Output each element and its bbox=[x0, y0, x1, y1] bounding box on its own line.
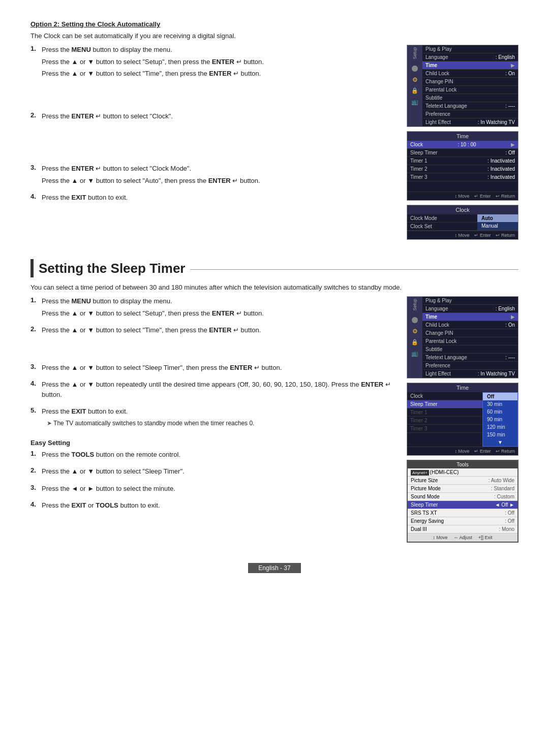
tools-row-srstsxt: SRS TS XT : Off bbox=[408, 509, 517, 517]
sleep-step5-content: Press the EXIT button to exit. ➤ The TV … bbox=[42, 406, 391, 430]
anynet-logo: Anynet+ bbox=[411, 470, 429, 476]
screen4-row-changepin: Change PIN bbox=[422, 329, 518, 337]
screen1-layout: Setup ⚙ 🔒 📺 bbox=[407, 45, 518, 127]
screen-row-preference: Preference bbox=[422, 110, 518, 118]
easy-step-num-4: 4. bbox=[30, 500, 39, 508]
time-row-timer3: Timer 3 : Inactivated bbox=[407, 173, 518, 181]
sleep-step4: 4. Press the ▲ or ▼ button repeatedly un… bbox=[30, 380, 391, 401]
dropdown-manual: Manual bbox=[477, 222, 518, 230]
sidebar-icon-plug bbox=[410, 65, 420, 73]
time5-row-clock: Clock bbox=[407, 392, 482, 400]
screen4-row-plug: Plug & Play bbox=[422, 297, 518, 305]
screen1-main: Plug & Play Language : English Time ▶ Ch… bbox=[422, 45, 518, 127]
tools-row-sleeptimer: Sleep Timer ◄ Off ► bbox=[408, 501, 517, 509]
time-row-clock: Clock : 10 : 00 ▶ bbox=[407, 141, 518, 149]
screen4-row-lighteffect: Light Effect : In Watching TV bbox=[422, 370, 518, 378]
sleep-step1-line2: Press the ▲ or ▼ button to select "Setup… bbox=[42, 308, 391, 319]
sleep-screens: Setup ⚙ 🔒 📺 bbox=[407, 296, 518, 543]
easy-step-num-3: 3. bbox=[30, 484, 39, 491]
tools-row-anynet: Anynet+(HDMI-CEC) bbox=[408, 468, 517, 477]
clock-left-rows: Clock Mode Clock Set bbox=[407, 214, 477, 231]
clock-screen-footer: ↕ Move ↵ Enter ↩ Return bbox=[407, 231, 518, 239]
easy-setting-section: Easy Setting 1. Press the TOOLS button o… bbox=[30, 439, 391, 513]
screen4-row-parentallock: Parental Lock bbox=[422, 337, 518, 345]
step3-content: Press the ENTER ↵ button to select "Cloc… bbox=[42, 164, 391, 187]
time-screen-2: Time Clock : 10 : 00 ▶ Sleep Timer : Off… bbox=[407, 131, 518, 201]
sleep-step2-line1: Press the ▲ or ▼ button to select "Time"… bbox=[42, 325, 391, 335]
section-line bbox=[190, 269, 518, 270]
svg-point-0 bbox=[412, 66, 418, 72]
setup-screen-1: Setup ⚙ 🔒 📺 bbox=[407, 45, 518, 127]
setup-label: Setup bbox=[412, 47, 417, 59]
tools-row-dualiii: Dual III : Mono bbox=[408, 525, 517, 533]
option2-steps: 1. Press the MENU button to display the … bbox=[30, 45, 391, 244]
step-num-4: 4. bbox=[30, 193, 39, 200]
clock-screen-header: Clock bbox=[407, 205, 518, 214]
time-screen-5: Time Clock Sleep Timer Timer 1 Ti bbox=[407, 383, 518, 456]
sleep-timer-layout: 1. Press the MENU button to display the … bbox=[30, 296, 518, 543]
sleep-timer-intro: You can select a time period of between … bbox=[30, 284, 518, 291]
easy-step-num-1: 1. bbox=[30, 450, 39, 457]
screen-row-subtitle: Subtitle bbox=[422, 94, 518, 102]
tools-row-picturesize: Picture Size : Auto Wide bbox=[408, 477, 517, 485]
step1-line2: Press the ▲ or ▼ button to select "Setup… bbox=[42, 57, 391, 67]
tools-header: Tools bbox=[408, 461, 517, 468]
option2-step2: 2. Press the ENTER ↵ button to select "C… bbox=[30, 111, 391, 123]
time-row-sleep: Sleep Timer : Off bbox=[407, 149, 518, 157]
clock-row-set: Clock Set bbox=[407, 223, 477, 231]
section-bar bbox=[30, 259, 34, 277]
sidebar-icon-tv: 📺 bbox=[410, 98, 420, 106]
sleep-timer-divider: Setting the Sleep Timer bbox=[30, 259, 518, 277]
screen4-row-preference: Preference bbox=[422, 362, 518, 370]
sleep-opt-90: 90 min bbox=[483, 416, 517, 423]
screen-row-changepin: Change PIN bbox=[422, 78, 518, 86]
sidebar-icon-lock-4: 🔒 bbox=[410, 338, 420, 346]
time-screen-5-body: Clock Sleep Timer Timer 1 Timer 2 Timer bbox=[407, 392, 518, 447]
time5-left: Clock Sleep Timer Timer 1 Timer 2 Timer bbox=[407, 392, 482, 447]
easy-step3: 3. Press the ◄ or ► button to select the… bbox=[30, 484, 391, 496]
step2-line1: Press the ENTER ↵ button to select "Cloc… bbox=[42, 111, 391, 121]
time-row-timer2: Timer 2 : Inactivated bbox=[407, 165, 518, 173]
option2-heading: Option 2: Setting the Clock Automaticall… bbox=[30, 20, 518, 28]
easy-step2-text: Press the ▲ or ▼ button to select "Sleep… bbox=[42, 466, 391, 477]
tools-screen: Tools Anynet+(HDMI-CEC) Picture Size : A… bbox=[407, 460, 518, 543]
sleep-step2-content: Press the ▲ or ▼ button to select "Time"… bbox=[42, 325, 391, 337]
sleep-step5: 5. Press the EXIT button to exit. ➤ The … bbox=[30, 406, 391, 430]
sleep-step3: 3. Press the ▲ or ▼ button to select "Sl… bbox=[30, 363, 391, 375]
sidebar-icon-gear: ⚙ bbox=[410, 76, 420, 84]
setup-screen-4: Setup ⚙ 🔒 📺 bbox=[407, 296, 518, 379]
sleep-step3-line1: Press the ▲ or ▼ button to select "Sleep… bbox=[42, 363, 391, 373]
sleep-opt-120: 120 min bbox=[483, 423, 517, 431]
page-number: English - 37 bbox=[248, 563, 300, 573]
screen4-row-childlock: Child Lock : On bbox=[422, 321, 518, 329]
screen-row-childlock: Child Lock : On bbox=[422, 70, 518, 78]
easy-step3-text: Press the ◄ or ► button to select the mi… bbox=[42, 484, 391, 494]
step1-line1: Press the MENU button to display the men… bbox=[42, 45, 391, 55]
screen4-row-subtitle: Subtitle bbox=[422, 345, 518, 354]
tools-row-soundmode: Sound Mode : Custom bbox=[408, 493, 517, 501]
option2-section: Option 2: Setting the Clock Automaticall… bbox=[30, 20, 518, 244]
svg-point-1 bbox=[412, 317, 418, 323]
screen1-sidebar: Setup ⚙ 🔒 📺 bbox=[407, 45, 422, 127]
time-row-timer1: Timer 1 : Inactivated bbox=[407, 157, 518, 165]
screen-row-teletext: Teletext Language : ---- bbox=[422, 102, 518, 110]
clock-dropdown: Auto Manual bbox=[477, 214, 518, 231]
easy-step2: 2. Press the ▲ or ▼ button to select "Sl… bbox=[30, 466, 391, 479]
sleep-opt-30: 30 min bbox=[483, 400, 517, 408]
screen4-row-teletext: Teletext Language : ---- bbox=[422, 354, 518, 362]
option2-layout: 1. Press the MENU button to display the … bbox=[30, 45, 518, 244]
step1-content: Press the MENU button to display the men… bbox=[42, 45, 391, 81]
sidebar-icon-gear-4: ⚙ bbox=[410, 327, 420, 335]
sleep-step-num-2: 2. bbox=[30, 325, 39, 333]
sleep-step-num-5: 5. bbox=[30, 406, 39, 414]
sleep-dropdown: Off 30 min 60 min 90 min 120 min 150 min… bbox=[482, 392, 518, 447]
screen4-sidebar: Setup ⚙ 🔒 📺 bbox=[407, 297, 422, 378]
time5-row-sleep: Sleep Timer bbox=[407, 400, 482, 408]
easy-setting-heading: Easy Setting bbox=[30, 439, 391, 447]
screen-row-plug: Plug & Play bbox=[422, 45, 518, 53]
easy-step4: 4. Press the EXIT or TOOLS button to exi… bbox=[30, 500, 391, 513]
screen-row-lighteffect: Light Effect : In Watching TV bbox=[422, 118, 518, 127]
step4-content: Press the EXIT button to exit. bbox=[42, 193, 391, 205]
time-screen-footer: ↕ Move ↵ Enter ↩ Return bbox=[407, 192, 518, 200]
screen-row-language: Language : English bbox=[422, 53, 518, 61]
